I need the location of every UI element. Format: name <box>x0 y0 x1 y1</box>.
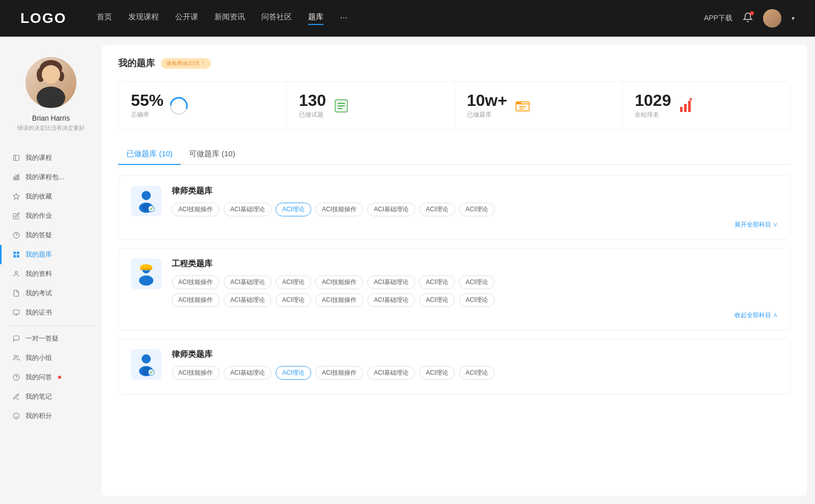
profile-dropdown-arrow[interactable]: ▾ <box>792 15 795 22</box>
sidebar-item-label: 我的作业 <box>25 211 52 220</box>
svg-rect-15 <box>14 252 16 254</box>
tab-available[interactable]: 可做题库 (10) <box>181 144 243 164</box>
bank-tag[interactable]: ACI技能操作 <box>315 293 363 307</box>
sidebar-item-homework[interactable]: 我的作业 <box>0 206 102 226</box>
person-icon <box>12 270 20 278</box>
bank-tag[interactable]: ACI技能操作 <box>315 275 363 289</box>
svg-rect-20 <box>13 310 19 314</box>
svg-rect-41 <box>688 101 691 112</box>
navbar: LOGO 首页 发现课程 公开课 新闻资讯 问答社区 题库 ··· APP下载 … <box>0 0 815 37</box>
nav-discover[interactable]: 发现课程 <box>128 12 159 25</box>
sidebar-item-courses[interactable]: 我的课程 <box>0 148 102 167</box>
avatar[interactable] <box>763 9 781 27</box>
sidebar-item-notes[interactable]: 我的笔记 <box>0 387 102 406</box>
stat-rank-text: 1029 全站排名 <box>635 92 671 119</box>
notification-bell[interactable] <box>743 12 753 25</box>
doc-icon <box>12 289 20 297</box>
bank-tag[interactable]: ACI理论 <box>459 293 495 307</box>
bank-tag[interactable]: ACI理论 <box>419 293 455 307</box>
bank-tag[interactable]: ACI基础理论 <box>224 293 271 307</box>
bank-tag[interactable]: ACI基础理论 <box>367 203 415 216</box>
sidebar-profile: Brian Harris 错误的决定比没有决定要好 <box>0 47 102 144</box>
bank-tag[interactable]: ACI基础理论 <box>367 293 415 307</box>
sidebar-item-qa[interactable]: 我的答疑 <box>0 226 102 245</box>
sidebar-item-exams[interactable]: 我的考试 <box>0 284 102 303</box>
pie-chart-icon <box>170 97 188 115</box>
bank-tags-engineering-row2: ACI技能操作 ACI基础理论 ACI理论 ACI技能操作 ACI基础理论 AC… <box>172 293 778 307</box>
nav-qa[interactable]: 问答社区 <box>261 12 292 25</box>
svg-rect-9 <box>14 177 15 180</box>
sidebar-item-one-on-one[interactable]: 一对一答疑 <box>0 329 102 348</box>
sidebar-item-points[interactable]: 我的积分 <box>0 406 102 426</box>
tab-done[interactable]: 已做题库 (10) <box>118 144 181 164</box>
bank-tag[interactable]: ACI理论 <box>459 275 495 289</box>
svg-point-5 <box>42 65 60 83</box>
svg-rect-10 <box>16 176 17 180</box>
bank-tag[interactable]: ACI技能操作 <box>172 203 220 216</box>
bank-tag[interactable]: ACI技能操作 <box>315 203 363 216</box>
sidebar-item-label: 我的题库 <box>25 250 52 259</box>
sidebar-item-course-packages[interactable]: 我的课程包... <box>0 167 102 187</box>
sidebar-item-profile[interactable]: 我的资料 <box>0 264 102 284</box>
bank-icon-engineering <box>131 259 161 289</box>
bank-tag[interactable]: ACI理论 <box>276 293 311 307</box>
bank-tag[interactable]: ACI基础理论 <box>367 366 415 380</box>
app-download-link[interactable]: APP下载 <box>704 14 732 23</box>
bar-icon <box>12 173 20 181</box>
sidebar-item-certificates[interactable]: 我的证书 <box>0 303 102 322</box>
svg-rect-18 <box>17 256 19 258</box>
notification-dot <box>750 11 754 15</box>
bank-tag[interactable]: ACI基础理论 <box>224 366 271 380</box>
banks-icon <box>514 98 531 114</box>
stat-rank-value: 1029 <box>635 92 671 108</box>
stat-questions-text: 130 已做试题 <box>299 92 326 119</box>
bank-card-lawyer-2: 律师类题库 ACI技能操作 ACI基础理论 ACI理论 ACI技能操作 ACI基… <box>118 339 791 395</box>
bank-tag[interactable]: ACI理论 <box>419 275 455 289</box>
sidebar-item-my-qa[interactable]: 我的问答 <box>0 368 102 387</box>
bank-tag[interactable]: ACI基础理论 <box>224 275 271 289</box>
bank-tag[interactable]: ACI技能操作 <box>172 275 220 289</box>
collapse-engineering[interactable]: 收起全部科目 ∧ <box>172 311 778 320</box>
stat-accuracy-text: 55% 正确率 <box>131 92 164 119</box>
qa-notification-dot <box>58 376 61 379</box>
nav-home[interactable]: 首页 <box>97 12 112 25</box>
navbar-right: APP下载 ▾ <box>704 9 795 27</box>
nav-open-course[interactable]: 公开课 <box>175 12 198 25</box>
sidebar-item-label: 我的证书 <box>25 308 52 317</box>
bank-tag[interactable]: ACI技能操作 <box>172 293 220 307</box>
bank-tag[interactable]: ACI理论 <box>459 203 495 216</box>
bank-tag[interactable]: ACI理论 <box>419 203 455 216</box>
bank-tag[interactable]: ACI技能操作 <box>315 366 363 380</box>
svg-point-51 <box>142 354 151 363</box>
stat-questions-done: 130 已做试题 <box>287 82 455 129</box>
bank-tag[interactable]: ACI技能操作 <box>172 366 220 380</box>
score-icon <box>12 412 20 420</box>
bank-tag-selected[interactable]: ACI理论 <box>276 366 311 380</box>
sidebar-item-favorites[interactable]: 我的收藏 <box>0 187 102 206</box>
bank-tags-engineering-row1: ACI技能操作 ACI基础理论 ACI理论 ACI技能操作 ACI基础理论 AC… <box>172 275 778 289</box>
sidebar-item-label: 一对一答疑 <box>25 334 59 343</box>
nav-news[interactable]: 新闻资讯 <box>214 12 245 25</box>
bank-tag[interactable]: ACI基础理论 <box>367 275 415 289</box>
stat-accuracy-label: 正确率 <box>131 110 164 119</box>
questions-icon <box>333 98 349 114</box>
nav-more[interactable]: ··· <box>340 12 347 25</box>
qa-icon <box>12 373 20 381</box>
sidebar-item-label: 我的问答 <box>25 373 52 382</box>
bank-tag[interactable]: ACI基础理论 <box>224 203 271 216</box>
bank-tag-selected[interactable]: ACI理论 <box>276 203 311 216</box>
svg-point-43 <box>142 191 151 200</box>
nav-question-bank[interactable]: 题库 <box>308 12 323 25</box>
bank-tag[interactable]: ACI理论 <box>276 275 311 289</box>
main-content: 我的题库 体验剩余23天！ 55% 正确率 <box>102 45 807 496</box>
bank-title-lawyer-1: 律师类题库 <box>172 186 778 197</box>
folder-icon <box>513 97 532 115</box>
sidebar-item-groups[interactable]: 我的小组 <box>0 348 102 368</box>
sidebar-item-question-bank[interactable]: 我的题库 <box>0 245 102 264</box>
sidebar-item-label: 我的积分 <box>25 411 52 421</box>
bank-tag[interactable]: ACI理论 <box>419 366 455 380</box>
expand-lawyer-1[interactable]: 展开全部科目 ∨ <box>172 220 778 229</box>
sidebar-item-label: 我的收藏 <box>25 192 52 201</box>
bank-tag[interactable]: ACI理论 <box>459 366 495 380</box>
bank-tags-lawyer-2: ACI技能操作 ACI基础理论 ACI理论 ACI技能操作 ACI基础理论 AC… <box>172 366 778 380</box>
